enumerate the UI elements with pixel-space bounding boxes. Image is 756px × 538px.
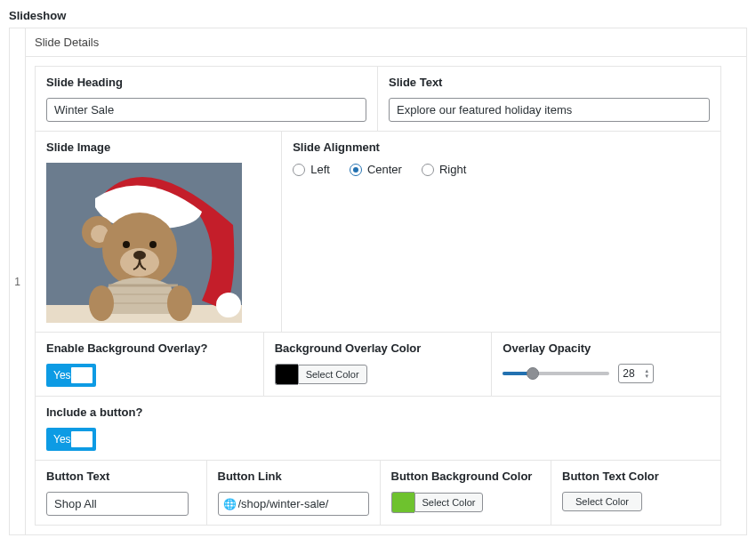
page-title: Slideshow [9,9,747,22]
slide-index: 1 [10,28,26,534]
select-color-button[interactable]: Select Color [414,493,484,512]
image-label: Slide Image [46,141,270,154]
number-spinner-icon[interactable]: ▲▼ [644,368,649,379]
include-button-label: Include a button? [46,406,710,419]
svg-point-9 [149,241,157,248]
button-bg-picker[interactable]: Select Color [391,492,541,513]
slide-panel: Slide Heading Slide Text Slide Image [35,66,721,526]
svg-point-2 [216,293,241,317]
svg-point-8 [123,241,130,248]
slider-thumb[interactable] [527,367,539,380]
align-right-option[interactable]: Right [422,163,466,176]
button-text-input[interactable] [46,492,189,516]
align-left-label: Left [310,163,330,176]
button-link-input[interactable] [218,492,369,516]
heading-label: Slide Heading [46,76,366,89]
button-link-label: Button Link [218,470,369,483]
svg-point-10 [89,285,114,321]
globe-icon: 🌐 [223,498,237,510]
select-color-button[interactable]: Select Color [562,492,642,511]
teddy-bear-image [46,163,242,323]
opacity-slider[interactable] [503,372,609,375]
slide-details-tab[interactable]: Slide Details [26,28,746,57]
text-input[interactable] [389,98,710,122]
button-text-label: Button Text [46,470,196,483]
toggle-label: Yes [48,369,71,381]
slide-image[interactable] [46,163,242,323]
overlay-color-label: Background Overlay Color [275,341,481,355]
alignment-label: Slide Alignment [293,141,710,154]
button-text-color-picker[interactable]: Select Color [562,492,712,511]
toggle-knob [71,367,92,383]
overlay-color-picker[interactable]: Select Color [275,364,481,385]
align-right-label: Right [439,163,466,176]
heading-input[interactable] [46,98,366,122]
opacity-value: 28 [623,367,634,380]
select-color-button[interactable]: Select Color [298,365,367,384]
toggle-knob [71,431,92,447]
svg-point-11 [167,285,192,321]
text-label: Slide Text [389,76,710,89]
radio-icon [350,164,362,176]
toggle-label: Yes [48,433,71,446]
alignment-group: Left Center Right [293,163,710,176]
color-swatch-icon [391,492,414,513]
svg-point-7 [133,251,146,260]
opacity-label: Overlay Opacity [503,341,710,355]
radio-icon [422,164,434,176]
color-swatch-icon [275,364,298,385]
overlay-enable-toggle[interactable]: Yes [46,364,96,387]
overlay-enable-label: Enable Background Overlay? [46,341,253,355]
button-bg-label: Button Background Color [391,470,541,483]
align-center-option[interactable]: Center [350,163,402,176]
align-center-label: Center [367,163,402,176]
align-left-option[interactable]: Left [293,163,330,176]
include-button-toggle[interactable]: Yes [46,428,96,451]
radio-icon [293,164,305,176]
button-text-color-label: Button Text Color [562,470,712,483]
opacity-number-input[interactable]: 28 ▲▼ [618,364,654,383]
slide-wrapper: 1 Slide Details Slide Heading Slide Text [9,28,747,535]
